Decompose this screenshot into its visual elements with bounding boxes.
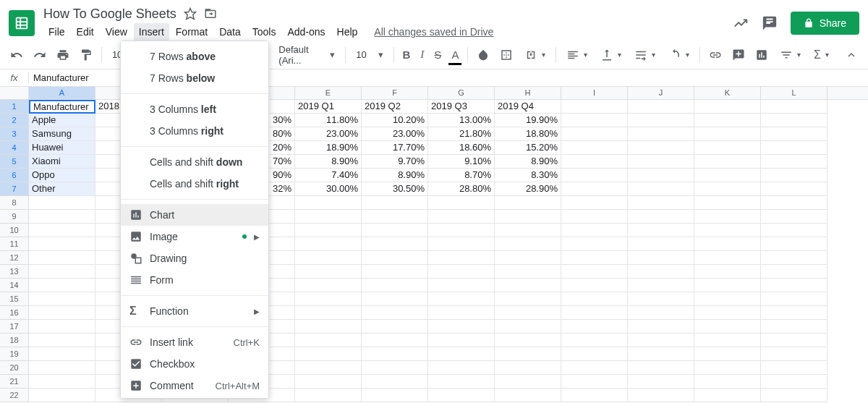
cell-A13[interactable] [29,265,95,279]
cell-G6[interactable]: 8.70% [428,169,495,182]
cell-L5[interactable] [761,155,827,169]
menu-item-image[interactable]: Image▶ [121,226,268,247]
cell-G17[interactable] [428,320,495,334]
cell-E19[interactable] [295,347,362,361]
cell-E2[interactable]: 11.80% [295,114,362,127]
cell-J15[interactable] [628,292,694,306]
menu-item-cells-and-shift-down[interactable]: Cells and shift down [121,151,268,173]
cell-F9[interactable] [362,210,428,224]
cell-K22[interactable] [694,389,761,402]
undo-button[interactable] [7,46,26,64]
cell-A18[interactable] [29,334,95,347]
select-all-corner[interactable] [0,87,29,99]
col-header-G[interactable]: G [428,87,495,99]
cell-A16[interactable] [29,306,95,320]
cell-J11[interactable] [628,237,694,251]
cell-L11[interactable] [761,237,827,251]
cell-I22[interactable] [561,389,628,402]
cell-J3[interactable] [628,127,694,141]
cell-I2[interactable] [561,114,628,127]
cell-L4[interactable] [761,141,827,155]
sheets-logo[interactable] [9,10,35,36]
cell-K15[interactable] [694,292,761,306]
cell-A10[interactable] [29,224,95,237]
cell-K1[interactable] [694,100,761,114]
menu-file[interactable]: File [43,23,70,41]
cell-K5[interactable] [694,155,761,169]
cell-J14[interactable] [628,279,694,292]
cell-J19[interactable] [628,347,694,361]
cell-F6[interactable]: 8.90% [362,169,428,182]
cell-I18[interactable] [561,334,628,347]
comment-button[interactable] [729,46,748,64]
cell-E18[interactable] [295,334,362,347]
cell-K2[interactable] [694,114,761,127]
menu-view[interactable]: View [101,23,132,41]
cell-I9[interactable] [561,210,628,224]
cell-G13[interactable] [428,265,495,279]
cell-L21[interactable] [761,375,827,389]
cell-H15[interactable] [495,292,561,306]
menu-tools[interactable]: Tools [247,23,281,41]
row-header-22[interactable]: 22 [0,389,29,402]
cell-H7[interactable]: 28.90% [495,182,561,196]
cell-A6[interactable]: Oppo [29,169,95,182]
cell-I13[interactable] [561,265,628,279]
cell-F18[interactable] [362,334,428,347]
paint-format-button[interactable] [77,46,95,64]
font-dropdown[interactable]: Default (Ari...▾ [274,41,339,69]
cell-K10[interactable] [694,224,761,237]
row-header-11[interactable]: 11 [0,237,29,251]
cell-A5[interactable]: Xiaomi [29,155,95,169]
menu-item-note[interactable]: NoteShift+F2 [121,396,268,399]
cell-G3[interactable]: 21.80% [428,127,495,141]
cell-F15[interactable] [362,292,428,306]
cell-K6[interactable] [694,169,761,182]
cell-H22[interactable] [495,389,561,402]
cell-E1[interactable]: 2019 Q1 [295,100,362,114]
row-header-21[interactable]: 21 [0,375,29,389]
cell-A12[interactable] [29,251,95,265]
cell-L19[interactable] [761,347,827,361]
menu-item-chart[interactable]: Chart [121,204,268,226]
row-header-19[interactable]: 19 [0,347,29,361]
col-header-H[interactable]: H [495,87,561,99]
cell-H10[interactable] [495,224,561,237]
cell-A4[interactable]: Huawei [29,141,95,155]
menu-item-drawing[interactable]: Drawing [121,247,268,269]
cell-G2[interactable]: 13.00% [428,114,495,127]
cell-L17[interactable] [761,320,827,334]
cell-H3[interactable]: 18.80% [495,127,561,141]
collapse-toolbar-button[interactable] [842,46,861,64]
cell-J6[interactable] [628,169,694,182]
row-header-18[interactable]: 18 [0,334,29,347]
col-header-F[interactable]: F [362,87,428,99]
cell-H1[interactable]: 2019 Q4 [495,100,561,114]
cell-G22[interactable] [428,389,495,402]
cell-F22[interactable] [362,389,428,402]
cell-A14[interactable] [29,279,95,292]
cell-L13[interactable] [761,265,827,279]
cell-A20[interactable] [29,361,95,375]
merge-button[interactable]: ▾ [520,46,550,64]
cell-G14[interactable] [428,279,495,292]
cell-I1[interactable] [561,100,628,114]
cell-J9[interactable] [628,210,694,224]
cell-F8[interactable] [362,196,428,210]
cell-L3[interactable] [761,127,827,141]
cell-G18[interactable] [428,334,495,347]
document-title[interactable]: How To Google Sheets [43,7,176,22]
cell-A21[interactable] [29,375,95,389]
cell-F1[interactable]: 2019 Q2 [362,100,428,114]
row-header-17[interactable]: 17 [0,320,29,334]
cell-E13[interactable] [295,265,362,279]
cell-K18[interactable] [694,334,761,347]
row-header-4[interactable]: 4 [0,141,29,155]
cell-I12[interactable] [561,251,628,265]
cell-L9[interactable] [761,210,827,224]
menu-item-7-rows-below[interactable]: 7 Rows below [121,67,268,89]
cell-J22[interactable] [628,389,694,402]
v-align-button[interactable]: ▾ [596,46,626,64]
cell-E14[interactable] [295,279,362,292]
row-header-3[interactable]: 3 [0,127,29,141]
